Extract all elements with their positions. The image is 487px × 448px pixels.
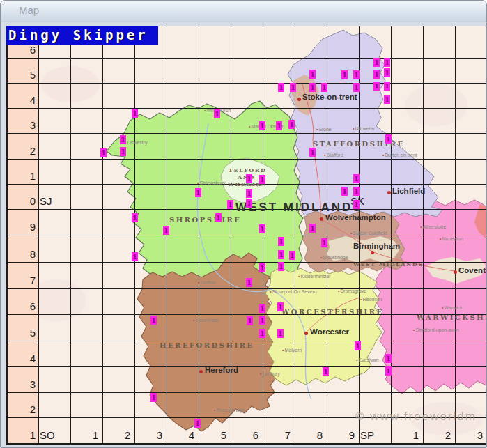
record-marker[interactable]: 1 [353,200,360,209]
record-marker[interactable]: 1 [290,83,296,92]
record-marker[interactable]: 1 [373,70,380,79]
record-marker[interactable]: 1 [323,367,329,376]
record-marker[interactable]: 1 [132,252,138,261]
record-marker[interactable]: 1 [227,200,233,209]
record-marker[interactable]: 1 [309,83,316,92]
window-titlebar[interactable]: Map [1,1,486,22]
record-marker[interactable]: 1 [288,120,295,129]
record-marker[interactable]: 1 [214,109,220,118]
record-marker[interactable]: 1 [150,316,157,325]
record-marker[interactable]: 1 [278,83,284,92]
record-marker[interactable]: 1 [384,58,390,67]
record-marker[interactable]: 1 [120,147,126,156]
record-marker[interactable]: 1 [277,329,284,338]
record-marker[interactable]: 1 [120,135,126,144]
window-title: Map [19,4,39,16]
record-marker[interactable]: 1 [259,263,265,272]
record-marker[interactable]: 1 [384,82,390,91]
record-marker[interactable]: 1 [278,237,284,246]
record-marker[interactable]: 1 [353,187,360,196]
record-marker[interactable]: 1 [246,278,252,287]
record-marker[interactable]: 1 [276,121,282,130]
record-marker[interactable]: 1 [246,199,252,208]
record-marker[interactable]: 1 [341,70,348,79]
record-marker[interactable]: 1 [215,213,222,222]
occurrence-markers: 1111111111111111111111111111111111111111… [1,1,487,448]
record-marker[interactable]: 1 [194,419,201,428]
record-marker[interactable]: 1 [373,58,380,67]
record-marker[interactable]: 1 [385,354,392,363]
record-marker[interactable]: 1 [132,109,138,118]
record-marker[interactable]: 1 [321,83,327,92]
record-marker[interactable]: 1 [355,341,361,350]
record-marker[interactable]: 1 [309,148,316,157]
map-content[interactable]: STAFFORDSHIRESHROPSHIRETELFORDANDWREKINW… [1,1,487,448]
record-marker[interactable]: 1 [309,224,316,233]
record-marker[interactable]: 1 [353,70,360,79]
record-marker[interactable]: 1 [384,95,390,104]
record-marker[interactable]: 1 [309,70,316,79]
species-name: Dingy Skipper [8,27,148,43]
map-window: STAFFORDSHIRESHROPSHIRETELFORDANDWREKINW… [0,0,487,448]
record-marker[interactable]: 1 [278,250,284,259]
record-marker[interactable]: 1 [321,238,327,247]
record-marker[interactable]: 1 [385,366,392,376]
record-marker[interactable]: 1 [278,262,284,271]
record-marker[interactable]: 1 [341,187,348,196]
species-banner: Dingy Skipper [6,26,158,45]
record-marker[interactable]: 1 [246,189,252,198]
record-marker[interactable]: 1 [259,121,265,130]
record-marker[interactable]: 1 [259,175,265,184]
record-marker[interactable]: 1 [100,148,107,157]
record-marker[interactable]: 1 [247,316,253,325]
record-marker[interactable]: 1 [385,134,392,144]
record-marker[interactable]: 1 [384,68,390,77]
record-marker[interactable]: 1 [259,329,265,338]
record-marker[interactable]: 1 [246,174,252,183]
record-marker[interactable]: 1 [259,316,265,325]
record-marker[interactable]: 1 [150,393,157,402]
record-marker[interactable]: 1 [259,224,265,233]
record-marker[interactable]: 1 [373,82,380,91]
record-marker[interactable]: 1 [195,188,201,197]
record-marker[interactable]: 1 [353,174,360,183]
record-marker[interactable]: 1 [132,213,138,222]
record-marker[interactable]: 1 [163,226,169,235]
record-marker[interactable]: 1 [277,302,284,311]
record-marker[interactable]: 1 [353,83,360,92]
record-marker[interactable]: 1 [289,251,295,260]
record-marker[interactable]: 1 [259,304,265,313]
